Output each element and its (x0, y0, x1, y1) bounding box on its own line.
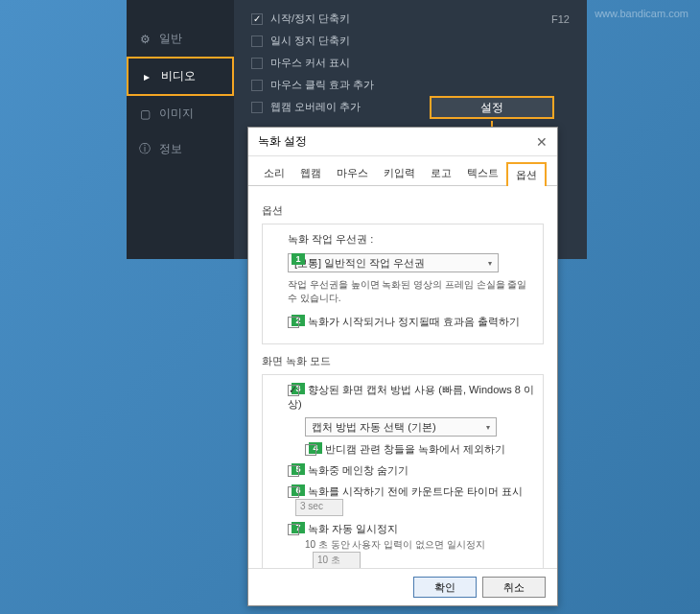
checkbox-exclude-windows[interactable] (305, 444, 316, 456)
check-label: 시작/정지 단축키 (270, 12, 551, 26)
opt-autopause-sub: 10 초 동안 사용자 입력이 없으면 일시정지 10 초 (305, 538, 535, 569)
checkbox-icon[interactable] (251, 13, 263, 25)
sidebar-item-info[interactable]: ⓘ 정보 (127, 131, 234, 167)
chevron-down-icon: ▾ (486, 423, 490, 432)
checkbox-sound-effect[interactable] (288, 317, 299, 328)
check-row-hotkey-pause[interactable]: 일시 정지 단축키 (251, 34, 570, 48)
countdown-value-combo[interactable]: 3 sec (295, 499, 343, 516)
checkbox-icon[interactable] (251, 80, 263, 91)
watermark: www.bandicam.com (595, 8, 688, 19)
sidebar-label: 비디오 (161, 68, 196, 84)
tab-options[interactable]: 옵션 (506, 162, 547, 186)
record-settings-dialog: 녹화 설정 ✕ 소리 웹캠 마우스 키입력 로고 텍스트 옵션 옵션 녹화 작업… (247, 127, 558, 606)
tab-sound[interactable]: 소리 (256, 162, 292, 185)
sidebar-item-general[interactable]: ⚙ 일반 (127, 21, 234, 57)
priority-note: 작업 우선권을 높이면 녹화된 영상의 프레임 손실을 줄일 수 있습니다. (288, 279, 526, 303)
cancel-button[interactable]: 취소 (482, 577, 546, 598)
opt-countdown-label: 녹화를 시작하기 전에 카운트다운 타이머 표시 (308, 485, 523, 497)
settings-button[interactable]: 설정 (430, 96, 554, 119)
check-row-click-effect[interactable]: 마우스 클릭 효과 추가 (251, 78, 570, 92)
tab-logo[interactable]: 로고 (423, 162, 459, 185)
step-badge-1: 1 (292, 253, 305, 265)
tab-keyinput[interactable]: 키입력 (376, 162, 423, 185)
group-options: 녹화 작업 우선권 : 1 [보통] 일반적인 작업 우선권 ▾ 작업 우선권을… (262, 224, 544, 344)
ok-button[interactable]: 확인 (413, 577, 477, 598)
dialog-title-text: 녹화 설정 (258, 133, 307, 150)
opt-sound-effect-label: 녹화가 시작되거나 정지될때 효과음 출력하기 (308, 316, 520, 327)
info-icon: ⓘ (138, 143, 152, 156)
check-label: 마우스 커서 표시 (270, 56, 570, 70)
tab-webcam[interactable]: 웹캠 (292, 162, 329, 185)
sidebar-label: 일반 (159, 31, 182, 47)
opt-exclude-label: 반디캠 관련 창들을 녹화에서 제외하기 (325, 443, 505, 455)
tab-text[interactable]: 텍스트 (459, 162, 506, 185)
sidebar-label: 이미지 (159, 106, 194, 122)
sidebar-item-video[interactable]: ▸ 비디오 (127, 57, 234, 96)
dialog-titlebar: 녹화 설정 ✕ (248, 128, 557, 156)
image-icon: ▢ (138, 107, 152, 121)
dialog-tabs: 소리 웹캠 마우스 키입력 로고 텍스트 옵션 (248, 156, 557, 186)
checkbox-enhanced-capture[interactable] (288, 385, 299, 396)
group-title-screen: 화면 녹화 모드 (262, 354, 544, 368)
opt-autopause-label: 녹화 자동 일시정지 (308, 523, 398, 534)
tab-mouse[interactable]: 마우스 (329, 162, 376, 185)
chevron-down-icon: ▾ (488, 259, 492, 268)
dialog-body: 옵션 녹화 작업 우선권 : 1 [보통] 일반적인 작업 우선권 ▾ 작업 우… (248, 186, 557, 579)
video-icon: ▸ (140, 70, 153, 83)
checkbox-countdown[interactable] (288, 486, 299, 498)
combo-value: 캡처 방법 자동 선택 (기본) (312, 420, 436, 435)
priority-label: 녹화 작업 우선권 : (288, 233, 373, 245)
group-title-options: 옵션 (262, 203, 544, 218)
checkbox-icon[interactable] (251, 58, 263, 69)
check-row-cursor[interactable]: 마우스 커서 표시 (251, 56, 570, 70)
checkbox-auto-pause[interactable] (288, 524, 299, 535)
group-screen-mode: 3 향상된 화면 캡처 방법 사용 (빠름, Windows 8 이상) 캡처 … (262, 374, 544, 579)
checkbox-hide-main[interactable] (288, 465, 299, 477)
priority-combo[interactable]: [보통] 일반적인 작업 우선권 ▾ (288, 253, 499, 272)
check-row-hotkey-start[interactable]: 시작/정지 단축키 F12 (251, 12, 570, 26)
checkbox-icon[interactable] (251, 102, 263, 113)
checkbox-icon[interactable] (251, 35, 263, 47)
opt-hide-label: 녹화중 메인창 숨기기 (308, 464, 408, 476)
close-icon[interactable]: ✕ (536, 134, 548, 150)
capture-method-combo[interactable]: 캡처 방법 자동 선택 (기본) ▾ (305, 417, 497, 437)
check-label: 일시 정지 단축키 (270, 34, 570, 48)
dialog-footer: 확인 취소 (248, 568, 557, 605)
gear-icon: ⚙ (138, 33, 152, 46)
check-value: F12 (551, 13, 570, 25)
combo-value: [보통] 일반적인 작업 우선권 (294, 256, 425, 271)
opt-enhanced-label: 향상된 화면 캡처 방법 사용 (빠름, Windows 8 이상) (288, 384, 534, 410)
sidebar-label: 정보 (159, 141, 182, 157)
check-label: 마우스 클릭 효과 추가 (270, 78, 570, 92)
autopause-value-combo[interactable]: 10 초 (313, 552, 361, 569)
sidebar: ⚙ 일반 ▸ 비디오 ▢ 이미지 ⓘ 정보 (127, 0, 234, 259)
sidebar-item-image[interactable]: ▢ 이미지 (127, 96, 234, 131)
